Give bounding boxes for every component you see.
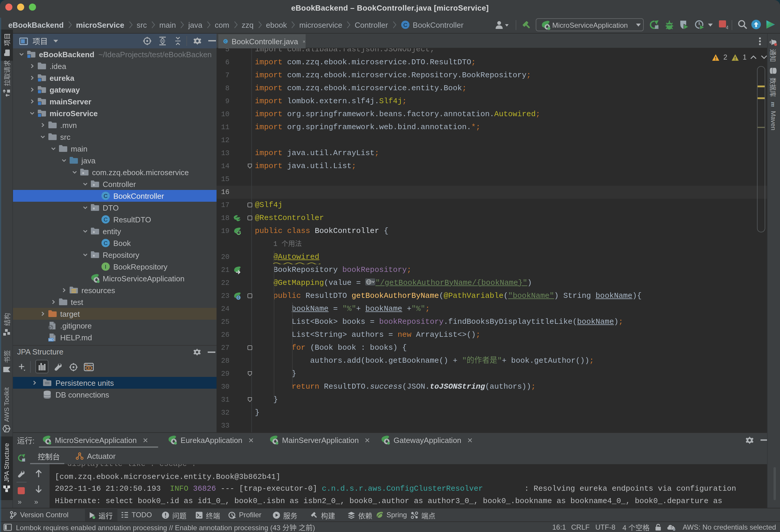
svg-text:C: C	[104, 193, 108, 199]
svg-text:?: ?	[670, 526, 672, 530]
svg-text:C: C	[403, 22, 407, 28]
svg-text:C: C	[104, 216, 108, 223]
svg-text:C: C	[225, 40, 227, 43]
svg-text:I: I	[105, 264, 106, 270]
svg-text:4: 4	[726, 25, 728, 30]
svg-text:MD: MD	[48, 338, 53, 341]
svg-text:m: m	[770, 102, 777, 107]
svg-text:C: C	[104, 240, 108, 246]
